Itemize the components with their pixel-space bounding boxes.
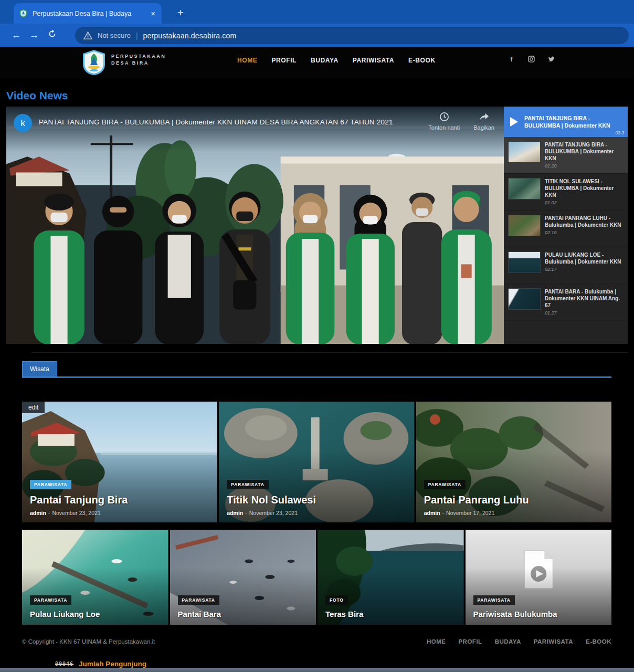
youtube-player[interactable]: k PANTAI TANJUNG BIRA - BULUKUMBA | Doku…: [6, 107, 504, 344]
category-badge[interactable]: PARAWISATA: [30, 595, 71, 605]
browser-window: Perpustakaan Desa Bira | Budaya × + ← → …: [0, 0, 634, 672]
card-info: PARAWISATA Pantai Bara: [178, 594, 311, 618]
share-icon: [479, 112, 489, 122]
footer-nav-home[interactable]: HOME: [427, 638, 446, 645]
nav-home[interactable]: HOME: [237, 57, 257, 64]
main-nav: HOME PROFIL BUDAYA PARIWISATA E-BOOK: [237, 57, 436, 64]
site-logo: [82, 49, 106, 76]
card-title[interactable]: Pantai Panrang Luhu: [424, 494, 606, 506]
facebook-icon[interactable]: f: [508, 55, 515, 63]
article-card-pantai-panrang-luhu[interactable]: PARAWISATA Pantai Panrang Luhu admin-Nov…: [416, 402, 611, 522]
card-info: PARAWISATA Pariwisata Bulukumba: [473, 594, 607, 618]
instagram-icon[interactable]: [527, 55, 535, 63]
channel-avatar[interactable]: k: [14, 114, 32, 132]
address-divider: |: [136, 32, 138, 40]
nav-ebook[interactable]: E-BOOK: [408, 57, 436, 64]
card-title[interactable]: Pantai Bara: [178, 610, 311, 618]
url-text: perpustakaan.desabira.com: [143, 32, 237, 40]
card-title[interactable]: Pariwisata Bulukumba: [473, 610, 607, 618]
tab-title: Perpustakaan Desa Bira | Budaya: [33, 10, 145, 17]
article-card-pariwisata-bulukumba[interactable]: PARAWISATA Pariwisata Bulukumba: [466, 530, 612, 625]
new-tab-button[interactable]: +: [173, 5, 188, 20]
browser-toolbar: ← → Not secure | perpustakaan.desabira.c…: [0, 24, 634, 47]
playlist-item-title: PANTAI TANJUNG BIRA - BULUKUMBA | Dokume…: [545, 141, 625, 162]
category-badge[interactable]: FOTO: [325, 595, 348, 605]
footer-nav-profil[interactable]: PROFIL: [458, 638, 482, 645]
playlist-item-title: PULAU LIUKANG LOE - Bulukumba | Dokument…: [545, 251, 625, 265]
watch-later-label: Tonton nanti: [428, 124, 460, 131]
category-badge[interactable]: PARAWISATA: [424, 480, 466, 489]
visitor-counter: 00046 Jumlah Pengunjung: [55, 660, 146, 668]
back-icon[interactable]: ←: [7, 29, 25, 41]
category-badge[interactable]: PARAWISATA: [178, 595, 219, 605]
forward-icon[interactable]: →: [25, 29, 43, 41]
clock-icon: [439, 112, 449, 122]
meta-dash: -: [245, 510, 247, 516]
video-actions: Tonton nanti Bagikan: [428, 112, 494, 131]
card-author[interactable]: admin: [227, 510, 243, 516]
meta-dash: -: [442, 510, 445, 516]
twitter-icon[interactable]: [547, 55, 555, 63]
card-author[interactable]: admin: [30, 510, 46, 516]
playlist-item[interactable]: PANTAI BARA - Bulukumba | Dokumenter KKN…: [504, 284, 628, 321]
card-title[interactable]: Pulau Liukang Loe: [30, 610, 163, 618]
article-card-titik-nol-sulawesi[interactable]: PARAWISATA Titik Nol Sulawesi admin-Nove…: [219, 402, 414, 522]
card-info: PARAWISATA Pantai Tanjung Bira admin-Nov…: [30, 479, 212, 516]
card-author[interactable]: admin: [424, 510, 440, 516]
nav-profil[interactable]: PROFIL: [271, 57, 297, 64]
edit-button[interactable]: edit: [22, 402, 45, 413]
playlist-thumbnail: [508, 178, 541, 200]
share-button[interactable]: Bagikan: [473, 112, 494, 131]
footer-nav-pariwisata[interactable]: PARIWISATA: [534, 638, 573, 645]
card-meta: admin-November 17, 2021: [424, 510, 606, 516]
article-card-pantai-tanjung-bira[interactable]: edit PARAWISATA Pantai Tanjung Bira: [22, 402, 217, 522]
article-card-teras-bira[interactable]: FOTO Teras Bira: [318, 530, 464, 625]
playlist-item-duration: 01:27: [545, 310, 625, 316]
playlist-thumbnail: [508, 288, 541, 310]
article-grid-small: PARAWISATA Pulau Liukang Loe: [22, 530, 611, 625]
nav-pariwisata[interactable]: PARIWISATA: [353, 57, 394, 64]
footer-nav: HOME PROFIL BUDAYA PARIWISATA E-BOOK: [427, 638, 611, 645]
card-title[interactable]: Teras Bira: [325, 610, 459, 618]
category-badge[interactable]: PARAWISATA: [30, 480, 71, 489]
footer-nav-budaya[interactable]: BUDAYA: [495, 638, 521, 645]
playlist-item[interactable]: PANTAI PANRANG LUHU - Bulukumba | Dokume…: [504, 211, 628, 247]
card-info: FOTO Teras Bira: [325, 594, 459, 618]
tab-close-icon[interactable]: ×: [150, 9, 156, 18]
tab-strip: Perpustakaan Desa Bira | Budaya × +: [0, 0, 634, 24]
reload-icon[interactable]: [43, 29, 61, 41]
playlist-panel: PANTAI TANJUNG BIRA - BULUKUMBA | Dokume…: [504, 107, 628, 344]
video-news-heading: Video News: [6, 89, 68, 102]
card-info: PARAWISATA Pulau Liukang Loe: [30, 594, 163, 618]
playlist-item-title: TITIK NOL SULAWESI - BULUKUMBA | Dokumen…: [545, 178, 625, 198]
playlist-item[interactable]: PANTAI TANJUNG BIRA - BULUKUMBA | Dokume…: [504, 137, 628, 174]
card-meta: admin-November 23, 2021: [30, 510, 212, 516]
article-card-pantai-bara[interactable]: PARAWISATA Pantai Bara: [170, 530, 316, 625]
card-date: November 23, 2021: [52, 510, 100, 516]
playlist-item[interactable]: TITIK NOL SULAWESI - BULUKUMBA | Dokumen…: [504, 174, 628, 211]
footer-nav-ebook[interactable]: E-BOOK: [586, 638, 611, 645]
video-title[interactable]: PANTAI TANJUNG BIRA - BULUKUMBA | Dokume…: [39, 118, 409, 126]
not-secure-warning-icon: [83, 32, 92, 39]
playlist-item[interactable]: PULAU LIUKANG LOE - Bulukumba | Dokument…: [504, 247, 628, 284]
category-badge[interactable]: PARAWISATA: [473, 595, 515, 605]
card-title[interactable]: Titik Nol Sulawesi: [227, 494, 409, 506]
playlist-item-duration: 02:17: [545, 267, 625, 272]
category-badge[interactable]: PARAWISATA: [227, 480, 268, 489]
tab-wisata[interactable]: Wisata: [22, 361, 57, 376]
footer: © Copyright - KKN 67 UINAM & Perpustakaw…: [22, 638, 611, 645]
address-bar[interactable]: Not secure | perpustakaan.desabira.com: [75, 27, 629, 44]
browser-tab[interactable]: Perpustakaan Desa Bira | Budaya ×: [14, 3, 162, 24]
copyright-text: © Copyright - KKN 67 UINAM & Perpustakaw…: [22, 638, 155, 645]
playlist-item-duration: 01:20: [545, 163, 625, 169]
nav-budaya[interactable]: BUDAYA: [311, 57, 339, 64]
article-card-pulau-liukang-loe[interactable]: PARAWISATA Pulau Liukang Loe: [22, 530, 168, 625]
card-title[interactable]: Pantai Tanjung Bira: [30, 494, 212, 506]
watch-later-button[interactable]: Tonton nanti: [428, 112, 460, 131]
visitor-label: Jumlah Pengunjung: [79, 660, 146, 668]
card-info: PARAWISATA Pantai Panrang Luhu admin-Nov…: [424, 479, 606, 516]
play-icon: [510, 117, 518, 127]
site-header: PERPUSTAKAAN DESA BIRA HOME PROFIL BUDAY…: [0, 47, 634, 78]
playlist-now-playing[interactable]: PANTAI TANJUNG BIRA - BULUKUMBA | Dokume…: [504, 107, 628, 137]
playlist-item-title: PANTAI PANRANG LUHU - Bulukumba | Dokume…: [545, 215, 625, 228]
